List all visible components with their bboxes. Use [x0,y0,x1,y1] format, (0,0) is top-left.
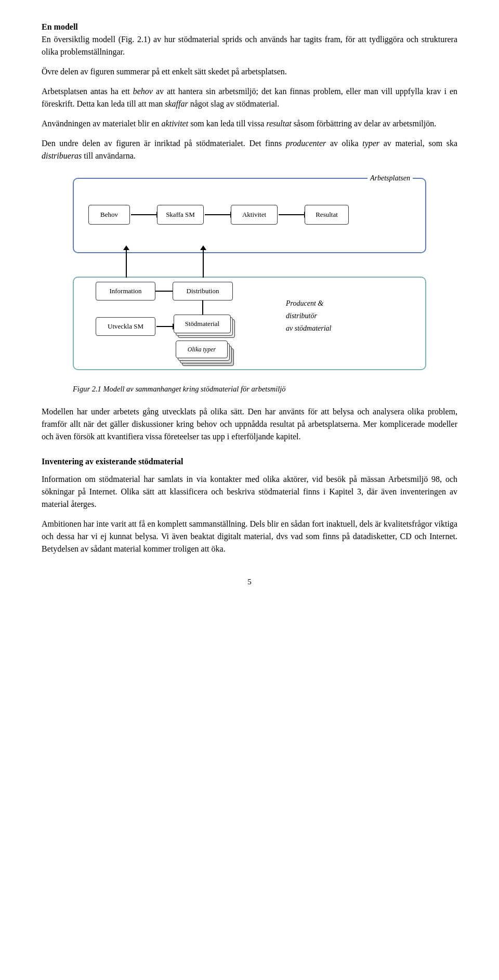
figure-container: Arbetsplatsen Behov Skaffa SM Aktivitet [42,178,457,395]
distribution-box: Distribution [173,282,233,300]
paragraph-8: Ambitionen har inte varit att få en komp… [42,519,457,553]
figure-caption: Figur 2.1 Modell av sammanhanget kring s… [73,384,426,395]
heading: En modell [42,22,78,31]
resultat-box: Resultat [305,205,349,225]
olika-typer-box: Olika typer [176,341,228,358]
paragraph-2: Övre delen av figuren summerar på ett en… [42,67,287,76]
diagram: Arbetsplatsen Behov Skaffa SM Aktivitet [73,178,426,375]
arrow-behov-skaffa [131,214,157,215]
arrow-aktivitet-resultat [279,214,305,215]
aktivitet-box: Aktivitet [231,205,278,225]
arbetsplatsen-label: Arbetsplatsen [367,173,413,184]
arrow-stod-dist [202,300,203,315]
arrow-utveckla-stod [156,326,173,327]
paragraph-1: En översiktlig modell (Fig. 2.1) av hur … [42,35,457,56]
information-box: Information [96,282,155,300]
arrow-info-dist [155,291,173,292]
skaffa-sm-box: Skaffa SM [157,205,204,225]
paragraph-7: Information om stödmaterial har samlats … [42,475,457,508]
paragraph-5: Den undre delen av figuren är inriktad p… [42,139,457,160]
arrow-up-distribution [203,250,204,278]
paragraph-3: Arbetsplatsen antas ha ett behov av att … [42,87,457,108]
page-number: 5 [42,576,457,588]
behov-box: Behov [88,205,130,225]
arrow-up-information [126,250,127,278]
arrow-skaffa-aktivitet [205,214,231,215]
producent-label: Producent & distributör av stödmaterial [286,297,332,334]
paragraph-6: Modellen har under arbetets gång utveckl… [42,407,457,441]
paragraph-4: Användningen av materialet blir en aktiv… [42,119,436,128]
section-heading: Inventering av existerande stödmaterial [42,455,457,468]
utveckla-sm-box: Utveckla SM [96,317,155,336]
stodmaterial-box: Stödmaterial [174,315,231,333]
